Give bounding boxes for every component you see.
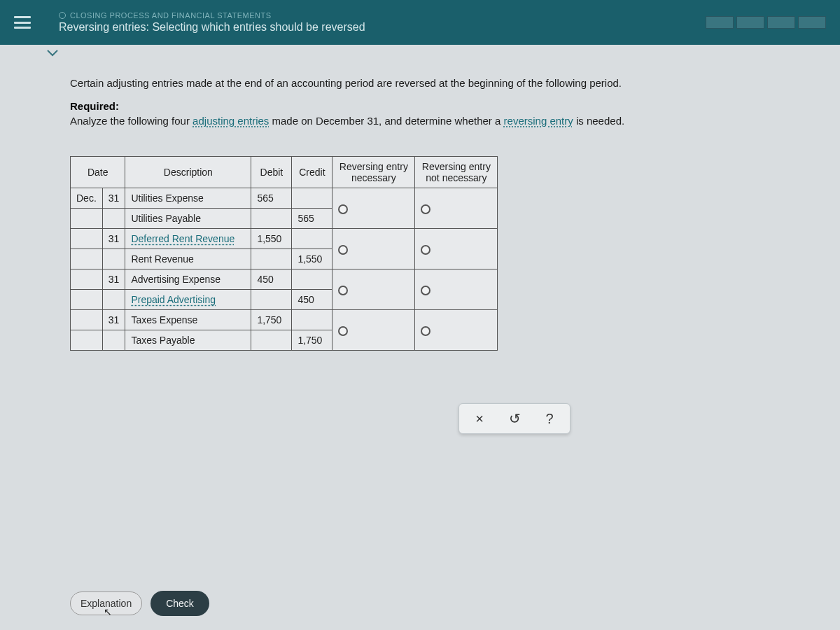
cell-sub-account: Rent Revenue bbox=[125, 249, 251, 270]
intro-text: Certain adjusting entries made at the en… bbox=[70, 76, 819, 90]
radio-necessary[interactable] bbox=[338, 286, 348, 295]
cell-rev-necessary bbox=[332, 188, 415, 229]
cell-day: 31 bbox=[102, 229, 125, 249]
radio-necessary[interactable] bbox=[338, 326, 348, 336]
clear-button[interactable]: × bbox=[472, 411, 487, 426]
cell-debit-empty bbox=[251, 249, 292, 270]
req-part-b: made on December 31, and determine wheth… bbox=[269, 115, 503, 127]
cell-month-empty bbox=[71, 249, 103, 270]
cell-sub-account: Utilities Payable bbox=[125, 209, 251, 229]
cell-day: 31 bbox=[102, 188, 125, 209]
explanation-button[interactable]: Explanation bbox=[70, 592, 142, 615]
cell-day-empty bbox=[102, 330, 125, 351]
header-box-3[interactable] bbox=[767, 16, 795, 29]
cell-month bbox=[71, 270, 103, 290]
cell-debit: 565 bbox=[251, 188, 292, 209]
cell-day-empty bbox=[102, 290, 125, 310]
cell-month-empty bbox=[71, 330, 103, 351]
header-topic-text: CLOSING PROCESS AND FINANCIAL STATEMENTS bbox=[70, 11, 272, 20]
cell-debit: 1,750 bbox=[251, 310, 292, 330]
cell-month bbox=[71, 229, 103, 249]
cell-rev-not-necessary bbox=[415, 188, 498, 229]
radio-necessary[interactable] bbox=[338, 245, 348, 255]
cell-month-empty bbox=[71, 209, 103, 229]
cell-rev-necessary bbox=[332, 270, 415, 310]
header-box-4[interactable] bbox=[798, 16, 826, 29]
term-reversing-entry[interactable]: reversing entry bbox=[504, 115, 573, 127]
cell-rev-not-necessary bbox=[415, 270, 498, 310]
th-date: Date bbox=[71, 157, 125, 188]
page-title: Reversing entries: Selecting which entri… bbox=[59, 21, 365, 34]
header-controls bbox=[706, 16, 826, 29]
req-part-a: Analyze the following four bbox=[70, 115, 192, 127]
cell-sub-account: Taxes Payable bbox=[125, 330, 251, 351]
th-rev-necessary: Reversing entry necessary bbox=[332, 157, 415, 188]
cell-account: Taxes Expense bbox=[125, 310, 251, 330]
radio-not-necessary[interactable] bbox=[421, 245, 430, 255]
cell-day: 31 bbox=[102, 270, 125, 290]
cell-credit-empty bbox=[292, 229, 332, 249]
cell-credit-empty bbox=[292, 188, 332, 209]
cell-sub-account: Prepaid Advertising bbox=[125, 290, 251, 310]
cell-debit-empty bbox=[251, 290, 292, 310]
term-adjusting-entries[interactable]: adjusting entries bbox=[192, 115, 269, 127]
radio-necessary[interactable] bbox=[338, 204, 348, 214]
cell-day-empty bbox=[102, 249, 125, 270]
table-row: 31Advertising Expense450 bbox=[71, 270, 498, 290]
cell-credit-empty bbox=[292, 270, 332, 290]
answer-toolbar: × ↺ ? bbox=[458, 403, 570, 434]
table-row: Dec.31Utilities Expense565 bbox=[71, 188, 498, 209]
cell-rev-necessary bbox=[332, 229, 415, 270]
header-box-1[interactable] bbox=[706, 16, 734, 29]
cell-debit: 1,550 bbox=[251, 229, 292, 249]
req-part-c: is needed. bbox=[573, 115, 624, 127]
undo-button[interactable]: ↺ bbox=[507, 411, 522, 426]
cell-rev-not-necessary bbox=[415, 229, 498, 270]
app-header: CLOSING PROCESS AND FINANCIAL STATEMENTS… bbox=[0, 0, 840, 45]
help-button[interactable]: ? bbox=[542, 411, 557, 426]
th-rev-not-necessary: Reversing entry not necessary bbox=[415, 157, 498, 188]
header-box-2[interactable] bbox=[736, 16, 764, 29]
cell-account: Advertising Expense bbox=[125, 270, 251, 290]
cell-day-empty bbox=[102, 209, 125, 229]
th-credit: Credit bbox=[292, 157, 332, 188]
cell-debit: 450 bbox=[251, 270, 292, 290]
cell-month: Dec. bbox=[71, 188, 103, 209]
cell-day: 31 bbox=[102, 310, 125, 330]
check-button[interactable]: Check bbox=[150, 591, 209, 616]
cell-account: Deferred Rent Revenue bbox=[125, 229, 251, 249]
bookmark-icon bbox=[59, 12, 66, 19]
question-body: Certain adjusting entries made at the en… bbox=[0, 66, 840, 351]
radio-not-necessary[interactable] bbox=[421, 204, 430, 214]
cell-debit-empty bbox=[251, 209, 292, 229]
cell-month bbox=[71, 310, 103, 330]
th-description: Description bbox=[125, 157, 251, 188]
table-row: 31Taxes Expense1,750 bbox=[71, 310, 498, 330]
required-text: Analyze the following four adjusting ent… bbox=[70, 113, 819, 128]
cell-credit: 1,550 bbox=[292, 249, 332, 270]
header-topic: CLOSING PROCESS AND FINANCIAL STATEMENTS bbox=[59, 11, 365, 20]
cell-credit: 450 bbox=[292, 290, 332, 310]
cell-rev-not-necessary bbox=[415, 310, 498, 351]
table-row: 31Deferred Rent Revenue1,550 bbox=[71, 229, 498, 249]
radio-not-necessary[interactable] bbox=[421, 286, 430, 295]
radio-not-necessary[interactable] bbox=[421, 326, 430, 336]
cell-month-empty bbox=[71, 290, 103, 310]
chevron-down-icon[interactable] bbox=[42, 45, 63, 62]
cell-account: Utilities Expense bbox=[125, 188, 251, 209]
th-debit: Debit bbox=[251, 157, 292, 188]
cell-debit-empty bbox=[251, 330, 292, 351]
journal-table: Date Description Debit Credit Reversing … bbox=[70, 156, 498, 351]
menu-icon[interactable] bbox=[14, 16, 31, 29]
cell-rev-necessary bbox=[332, 310, 415, 351]
footer-actions: Explanation Check bbox=[70, 591, 209, 616]
cell-credit-empty bbox=[292, 310, 332, 330]
cell-credit: 1,750 bbox=[292, 330, 332, 351]
cell-credit: 565 bbox=[292, 209, 332, 229]
required-label: Required: bbox=[70, 100, 819, 112]
